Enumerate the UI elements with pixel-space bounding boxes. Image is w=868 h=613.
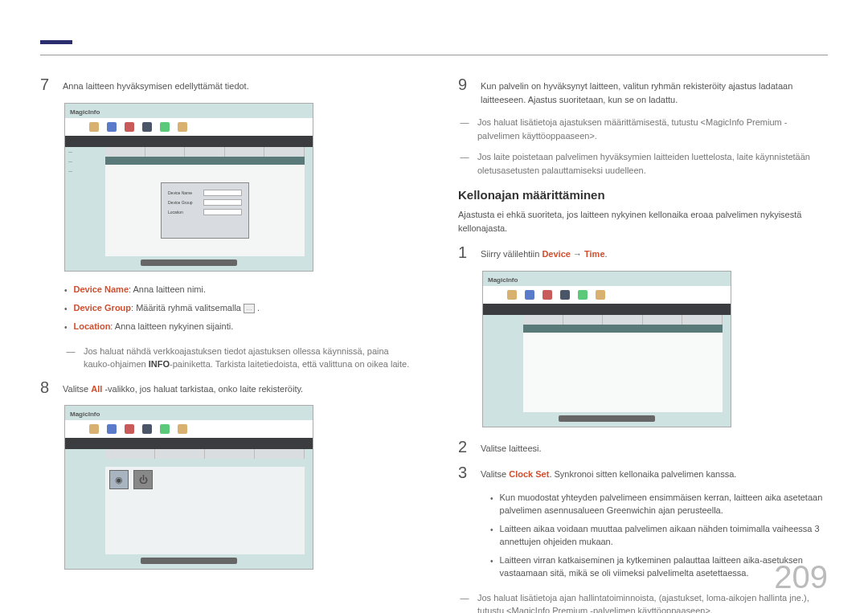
app-sidebar: — — —: [65, 147, 104, 263]
step-number: 9: [458, 76, 469, 106]
field-input: [203, 209, 242, 215]
sidebar-item: —: [65, 147, 104, 157]
table-header: [105, 157, 305, 165]
toolbar-icon: [125, 122, 134, 132]
toolbar-icon: [542, 290, 552, 300]
step-text: Valitse laitteesi.: [481, 439, 828, 456]
device-grid: ◉ ⏻: [109, 470, 153, 489]
app-logo: MagicInfo: [70, 108, 100, 116]
tab: [523, 315, 563, 325]
bullet-icon: •: [64, 301, 68, 315]
tab: [643, 315, 683, 325]
toolbar-icon: [89, 424, 99, 434]
screenshot-all-devices: MagicInfo ◉ ⏻: [64, 405, 313, 570]
step-number: 8: [40, 379, 51, 396]
step-1: 1 Siirry välilehtiin Device → Time.: [458, 244, 828, 261]
item-text: Location: Anna laitteen nykyinen sijaint…: [74, 320, 234, 333]
dash-icon: ―: [458, 116, 471, 142]
app-logo: MagicInfo: [70, 411, 100, 418]
dialog-row: Location: [168, 209, 242, 215]
app-logo: MagicInfo: [488, 276, 518, 284]
bullet-icon: •: [490, 491, 493, 517]
note: ― Jos haluat lisätietoja ajan hallintato…: [458, 591, 828, 614]
step-number: 1: [458, 244, 469, 261]
tab: [185, 147, 225, 157]
pager-strip: [141, 558, 237, 564]
sidebar-item: —: [65, 166, 104, 176]
sidebar-item: —: [65, 157, 104, 166]
app-sidebar: [483, 315, 522, 419]
toolbar-icon: [89, 122, 99, 132]
tab: [105, 147, 145, 157]
toolbar-icon: [142, 424, 152, 434]
item-text: Device Group: Määritä ryhmä valitsemalla…: [74, 301, 260, 315]
field-input: [203, 199, 242, 206]
field-name: Location: [74, 321, 111, 331]
step-text: Valitse All -valikko, jos haluat tarkist…: [63, 379, 410, 396]
list-item: • Device Name: Anna laitteen nimi.: [64, 283, 410, 296]
bullet-icon: •: [490, 554, 493, 580]
app-toolbar: [483, 286, 731, 304]
content-columns: 7 Anna laitteen hyväksymisen edellyttämä…: [40, 76, 828, 613]
item-text: Kun muodostat yhteyden palvelimeen ensim…: [500, 491, 828, 517]
step-text: Siirry välilehtiin Device → Time.: [481, 244, 828, 261]
tab-bar: [105, 449, 305, 459]
list-item: • Laitteen aikaa voidaan muuttaa palveli…: [490, 522, 828, 549]
toolbar-icon: [160, 122, 170, 132]
approval-dialog: Device Name Device Group Location: [161, 182, 249, 239]
table-header: [523, 325, 723, 333]
step-text: Valitse Clock Set. Synkronoi sitten kell…: [481, 464, 828, 481]
note: ― Jos haluat lisätietoja ajastuksen määr…: [458, 116, 828, 142]
toolbar-icon: [507, 290, 517, 300]
right-column: 9 Kun palvelin on hyväksynyt laitteen, v…: [458, 76, 828, 613]
toolbar-icon: [596, 290, 605, 300]
step-number: 7: [40, 76, 51, 93]
toolbar-icon: [578, 290, 588, 300]
step-text: Anna laitteen hyväksymisen edellyttämät …: [63, 76, 410, 93]
note: ― Jos laite poistetaan palvelimen hyväks…: [458, 150, 828, 177]
dash-icon: ―: [458, 150, 471, 177]
toolbar-icon: [525, 290, 534, 300]
header-accent: [40, 40, 72, 44]
note-text: Jos haluat lisätietoja ajastuksen määrit…: [477, 116, 828, 142]
tab: [264, 147, 305, 157]
toolbar-icon: [125, 424, 134, 434]
field-label: Device Name: [168, 190, 200, 195]
tab: [255, 449, 305, 459]
item-text: Device Name: Anna laitteen nimi.: [74, 283, 207, 296]
browse-button-icon: …: [244, 304, 255, 313]
dash-icon: ―: [458, 591, 471, 614]
pager-strip: [559, 415, 655, 422]
field-name: Device Name: [74, 284, 129, 294]
tab: [563, 315, 604, 325]
content-area: [523, 333, 723, 412]
dialog-row: Device Name: [168, 190, 242, 196]
field-name: Device Group: [74, 303, 132, 313]
step-2: 2 Valitse laitteesi.: [458, 439, 828, 456]
header-rule: [40, 55, 828, 55]
content-area: Device Name Device Group Location: [105, 165, 305, 256]
app-toolbar: [65, 118, 313, 136]
dash-icon: ―: [64, 345, 77, 371]
toolbar-icon: [178, 424, 187, 434]
tab: [105, 449, 155, 459]
screenshot-time-tab: MagicInfo: [482, 271, 731, 427]
step-9: 9 Kun palvelin on hyväksynyt laitteen, v…: [458, 76, 828, 106]
item-text: Laitteen aikaa voidaan muuttaa palvelime…: [500, 522, 828, 549]
toolbar-icon: [160, 424, 170, 434]
app-toolbar: [65, 420, 313, 438]
tab: [225, 147, 265, 157]
step-number: 3: [458, 464, 469, 481]
toolbar-icon: [178, 122, 187, 132]
screenshot-device-approval: MagicInfo — — —: [64, 103, 313, 272]
bullet-icon: •: [490, 522, 493, 549]
note-text: Jos laite poistetaan palvelimen hyväksym…: [477, 150, 828, 177]
field-label: Device Group: [168, 200, 200, 205]
toolbar-icon: [107, 122, 117, 132]
toolbar-icon: [142, 122, 152, 132]
tab-bar: [523, 315, 723, 325]
step-7: 7 Anna laitteen hyväksymisen edellyttämä…: [40, 76, 410, 93]
page-number: 209: [774, 559, 828, 595]
bullet-icon: •: [64, 283, 68, 296]
tab: [145, 147, 186, 157]
